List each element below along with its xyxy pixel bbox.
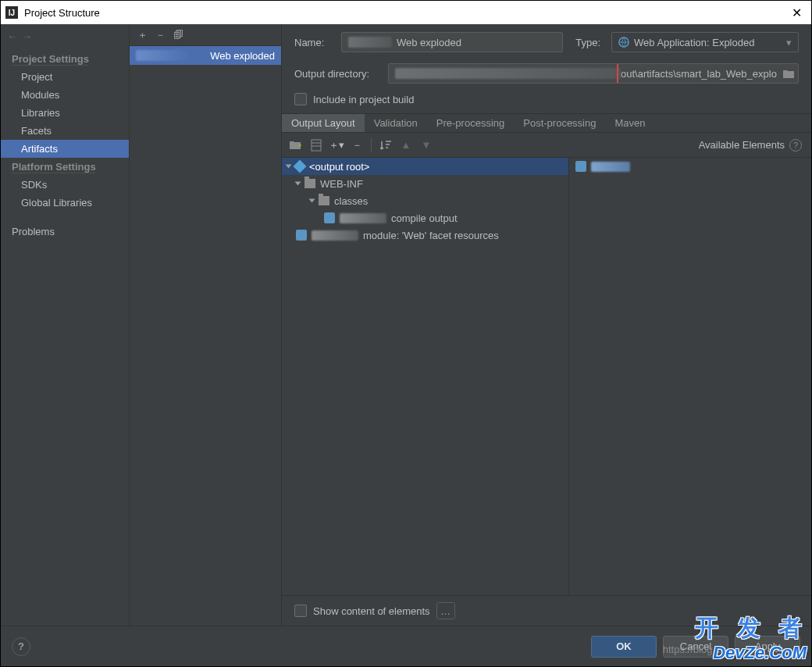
expand-icon[interactable]: [309, 199, 315, 203]
sidebar-item-sdks[interactable]: SDKs: [1, 176, 129, 194]
add-copy-icon[interactable]: ＋▾: [327, 136, 346, 155]
web-app-icon: [618, 37, 629, 48]
chevron-down-icon: ▾: [786, 37, 792, 48]
show-content-label: Show content of elements: [313, 605, 430, 617]
add-icon[interactable]: ＋: [137, 28, 148, 42]
app-icon: IJ: [5, 6, 18, 19]
module-icon: [575, 161, 586, 172]
sidebar-item-problems[interactable]: Problems: [1, 223, 129, 241]
folder-icon: [304, 179, 315, 188]
output-root-icon: [294, 160, 307, 173]
name-value: Web exploded: [397, 37, 461, 48]
close-icon[interactable]: ✕: [787, 5, 807, 20]
artifact-name: Web exploded: [210, 50, 275, 62]
redacted-text: [348, 37, 392, 48]
redacted-text: [312, 230, 358, 241]
available-element-item[interactable]: [569, 158, 811, 175]
redacted-text: [395, 68, 621, 79]
tree-webinf[interactable]: WEB-INF: [282, 175, 568, 192]
available-elements-label: Available Elements: [699, 139, 785, 151]
artifact-detail-panel: Name: Web exploded Type: Web Application…: [282, 24, 811, 626]
sidebar-item-artifacts[interactable]: Artifacts: [1, 140, 129, 158]
tab-output-layout[interactable]: Output Layout: [282, 114, 365, 132]
name-label: Name:: [294, 37, 333, 48]
move-up-icon[interactable]: ▲: [397, 136, 415, 155]
back-icon[interactable]: ←: [7, 30, 17, 42]
artifact-list-item[interactable]: Web exploded: [130, 46, 281, 65]
sort-icon[interactable]: [376, 136, 395, 155]
sidebar-header-platform-settings: Platform Settings: [1, 158, 129, 176]
tree-classes[interactable]: classes: [282, 192, 568, 209]
artifact-tabs: Output Layout Validation Pre-processing …: [282, 113, 811, 133]
new-folder-icon[interactable]: [287, 136, 305, 155]
tree-facet-resources[interactable]: module: 'Web' facet resources: [282, 226, 568, 244]
output-layout-tree[interactable]: <output root> WEB-INF classes: [282, 158, 569, 595]
tab-post-processing[interactable]: Post-processing: [514, 114, 605, 132]
tree-compile-output[interactable]: compile output: [282, 209, 568, 226]
facet-icon: [296, 230, 307, 241]
show-content-checkbox[interactable]: [294, 605, 307, 617]
redacted-text: [591, 162, 630, 172]
sidebar-item-modules[interactable]: Modules: [1, 86, 129, 104]
redacted-text: [340, 213, 386, 223]
tab-validation[interactable]: Validation: [365, 114, 427, 132]
remove-item-icon[interactable]: －: [347, 136, 366, 155]
apply-button[interactable]: Apply: [735, 636, 800, 658]
include-in-build-checkbox[interactable]: [294, 93, 307, 105]
tree-label: module: 'Web' facet resources: [363, 230, 499, 241]
sidebar-item-project[interactable]: Project: [1, 68, 129, 86]
title-bar: IJ Project Structure ✕: [1, 1, 811, 24]
ok-button[interactable]: OK: [591, 636, 657, 658]
project-structure-window: IJ Project Structure ✕ ← → Project Setti…: [0, 0, 812, 667]
cancel-button[interactable]: Cancel: [663, 636, 728, 658]
help-button[interactable]: ?: [12, 637, 30, 656]
remove-icon[interactable]: －: [155, 28, 166, 42]
artifact-list-panel: ＋ － 🗐 Web exploded: [130, 24, 282, 626]
output-dir-field[interactable]: out\artifacts\smart_lab_Web_explo: [388, 63, 799, 84]
sidebar-header-project-settings: Project Settings: [1, 50, 129, 68]
sidebar-item-libraries[interactable]: Libraries: [1, 104, 129, 122]
new-archive-icon[interactable]: [307, 136, 326, 155]
module-icon: [324, 212, 335, 223]
dialog-footer: ? OK Cancel Apply: [1, 626, 811, 666]
copy-icon[interactable]: 🗐: [173, 29, 183, 41]
expand-icon[interactable]: [286, 165, 292, 169]
folder-icon: [319, 196, 329, 205]
highlight-annotation: [617, 63, 799, 84]
type-dropdown[interactable]: Web Application: Exploded ▾: [611, 32, 799, 52]
sidebar-item-global-libraries[interactable]: Global Libraries: [1, 194, 129, 212]
type-label: Type:: [575, 37, 600, 48]
include-in-build-label: Include in project build: [313, 94, 414, 105]
settings-sidebar: ← → Project Settings Project Modules Lib…: [1, 24, 130, 626]
tab-maven[interactable]: Maven: [605, 114, 654, 132]
help-icon[interactable]: ?: [789, 139, 802, 152]
artifact-toolbar: ＋ － 🗐: [130, 24, 281, 46]
tree-label: <output root>: [309, 161, 369, 173]
name-field[interactable]: Web exploded: [341, 32, 563, 52]
available-elements-panel[interactable]: [569, 158, 811, 595]
sidebar-item-facets[interactable]: Facets: [1, 122, 129, 140]
type-value: Web Application: Exploded: [634, 37, 754, 48]
layout-toolbar: ＋▾ － ▲ ▼ Available Elements ?: [282, 133, 811, 158]
output-dir-label: Output directory:: [294, 68, 380, 80]
move-down-icon[interactable]: ▼: [417, 136, 436, 155]
window-title: Project Structure: [24, 7, 100, 19]
tree-label: compile output: [391, 212, 458, 224]
tree-label: WEB-INF: [320, 178, 363, 190]
forward-icon[interactable]: →: [22, 30, 32, 42]
tree-output-root[interactable]: <output root>: [282, 158, 568, 175]
more-options-button[interactable]: …: [436, 602, 455, 619]
tree-label: classes: [334, 195, 368, 207]
redacted-text: [136, 50, 191, 61]
tab-pre-processing[interactable]: Pre-processing: [427, 114, 514, 132]
expand-icon[interactable]: [295, 182, 301, 186]
svg-rect-1: [312, 140, 321, 151]
